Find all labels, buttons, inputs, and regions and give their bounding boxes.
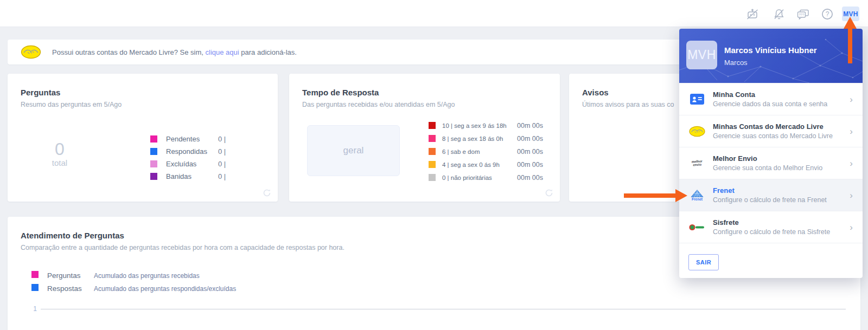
svg-text:???: ???: [799, 13, 805, 16]
svg-text:?: ?: [826, 10, 829, 18]
chevron-right-icon: ›: [850, 159, 853, 168]
geral-box[interactable]: geral: [307, 125, 400, 176]
total-label: total: [33, 158, 87, 167]
dropdown-header: MVH Marcos Vinícius Hubner Marcos: [679, 29, 863, 83]
annotation-arrow-up-head: [844, 17, 857, 29]
chevron-right-icon: ›: [850, 191, 853, 200]
mercado-livre-icon: [21, 45, 41, 59]
legend-swatch: [429, 161, 436, 168]
legend-value: 0 |: [218, 135, 226, 143]
melhor-envio-icon: melhorenvio: [688, 160, 706, 166]
menu-item-texts: Frenet Configure o cálculo de frete na F…: [713, 186, 845, 204]
legend-item: 10 | seg a sex 9 ás 18h 00m 00s: [429, 122, 553, 129]
legend-item: Banidas 0 |: [150, 172, 270, 180]
topbar: ??? ? MVH: [0, 0, 868, 27]
clique-aqui-link[interactable]: clique aqui: [206, 48, 239, 56]
menu-item-title: Minhas Contas do Mercado Livre: [713, 122, 845, 131]
legend-swatch: [429, 174, 436, 181]
legend-item: 4 | seg a sex 0 ás 9h 00m 00s: [429, 161, 553, 168]
total-value: 0: [33, 141, 87, 157]
menu-item-desc: Gerencie suas contas do Mercado Livre: [713, 132, 845, 140]
menu-item-texts: Minha Conta Gerencie dados da sua conta …: [713, 90, 845, 108]
legend-swatch: [429, 135, 436, 142]
legend-item: 0 | não prioritárias 00m 00s: [429, 174, 553, 181]
legend-label: Banidas: [166, 172, 218, 180]
menu-item-title: Minha Conta: [713, 90, 845, 99]
legend-label: Pendentes: [166, 135, 218, 143]
legend-swatch: [150, 173, 157, 180]
id-card-icon: [688, 94, 706, 105]
menu-item-desc: Configure o cálculo de frete na Sisfrete: [713, 228, 845, 236]
menu-item-desc: Gerencie sua conta do Melhor Envio: [713, 164, 845, 172]
refresh-icon[interactable]: [263, 189, 271, 197]
dropdown-user-subtitle: Marcos: [724, 59, 748, 67]
legend-item: Perguntas Acumulado das perguntas recebi…: [31, 271, 200, 280]
legend-item: Respostas Acumulado das perguntas respon…: [31, 284, 236, 293]
legend-time: 00m 00s: [517, 135, 543, 143]
bot-disabled-icon[interactable]: [746, 8, 759, 20]
legend-item: Respondidas 0 |: [150, 147, 270, 155]
legend-time: 00m 00s: [517, 122, 543, 130]
legend-swatch: [150, 148, 157, 155]
annotation-arrow-right-shaft: [624, 193, 676, 198]
legend-desc: Acumulado das perguntas respondidas/excl…: [94, 285, 236, 293]
legend-label: 6 | sab e dom: [442, 148, 517, 155]
menu-item-desc: Gerencie dados da sua conta e senha: [713, 100, 845, 108]
dropdown-user-name: Marcos Vinícius Hubner: [724, 46, 817, 55]
perguntas-card: Perguntas Resumo das perguntas em 5/Ago …: [8, 74, 278, 202]
perguntas-title: Perguntas: [21, 88, 265, 97]
menu-item-melhor-envio[interactable]: melhorenvio Melhor Envio Gerencie sua co…: [679, 147, 863, 179]
sair-button[interactable]: SAIR: [688, 254, 719, 270]
menu-item-contas-mercado-livre[interactable]: Minhas Contas do Mercado Livre Gerencie …: [679, 115, 863, 147]
dropdown-avatar: MVH: [686, 41, 717, 69]
mercado-livre-icon: [688, 126, 706, 137]
legend-value: 0 |: [218, 147, 226, 156]
chat-icon[interactable]: ???: [796, 8, 809, 20]
geral-label: geral: [343, 145, 364, 156]
annotation-arrow-up-shaft: [848, 28, 852, 63]
perguntas-subtitle: Resumo das perguntas em 5/Ago: [21, 101, 265, 108]
legend-label: 10 | seg a sex 9 ás 18h: [442, 122, 517, 129]
menu-item-texts: Melhor Envio Gerencie sua conta do Melho…: [713, 154, 845, 172]
menu-item-desc: Configure o cálculo de frete na Frenet: [713, 196, 845, 204]
help-icon[interactable]: ?: [821, 8, 834, 20]
legend-desc: Acumulado das perguntas recebidas: [94, 272, 200, 280]
legend-label: 4 | seg a sex 0 ás 9h: [442, 161, 517, 168]
legend-label: 8 | seg a sex 18 ás 0h: [442, 135, 517, 142]
frenet-icon: Frenet: [688, 190, 706, 201]
legend-item: Pendentes 0 |: [150, 135, 270, 143]
legend-time: 00m 00s: [517, 161, 543, 169]
dropdown-footer: SAIR: [679, 243, 863, 278]
legend-value: 0 |: [218, 172, 226, 180]
legend-swatch: [429, 122, 436, 129]
menu-item-title: Sisfrete: [713, 218, 845, 227]
sisfrete-icon: [688, 224, 706, 231]
app-screen: ??? ? MVH Possui outras contas do Mercad…: [0, 0, 868, 330]
menu-item-sisfrete[interactable]: Sisfrete Configure o cálculo de frete na…: [679, 211, 863, 243]
notifications-off-icon[interactable]: [773, 8, 786, 20]
legend-time: 00m 00s: [517, 148, 543, 156]
legend-label: 0 | não prioritárias: [442, 174, 517, 181]
menu-item-frenet[interactable]: Frenet Frenet Configure o cálculo de fre…: [679, 179, 863, 211]
refresh-icon[interactable]: [545, 189, 553, 197]
menu-item-minha-conta[interactable]: Minha Conta Gerencie dados da sua conta …: [679, 83, 863, 115]
banner-text: Possui outras contas do Mercado Livre? S…: [52, 48, 297, 56]
annotation-arrow-right-head: [675, 189, 687, 202]
legend-swatch: [31, 284, 39, 291]
chevron-right-icon: ›: [850, 223, 853, 232]
chevron-right-icon: ›: [850, 127, 853, 136]
legend-swatch: [150, 135, 157, 143]
legend-label: Respostas: [47, 284, 94, 293]
legend-item: 6 | sab e dom 00m 00s: [429, 148, 553, 155]
legend-swatch: [31, 271, 39, 278]
perguntas-total: 0 total: [33, 141, 87, 167]
menu-item-texts: Sisfrete Configure o cálculo de frete na…: [713, 218, 845, 236]
menu-item-title: Melhor Envio: [713, 154, 845, 163]
y-axis-tick: 1: [29, 305, 37, 313]
legend-swatch: [150, 160, 157, 167]
legend-item: Excluídas 0 |: [150, 160, 270, 167]
chevron-right-icon: ›: [850, 95, 853, 104]
legend-time: 00m 00s: [517, 174, 543, 182]
menu-item-title: Frenet: [713, 186, 845, 195]
legend-label: Respondidas: [166, 147, 218, 156]
